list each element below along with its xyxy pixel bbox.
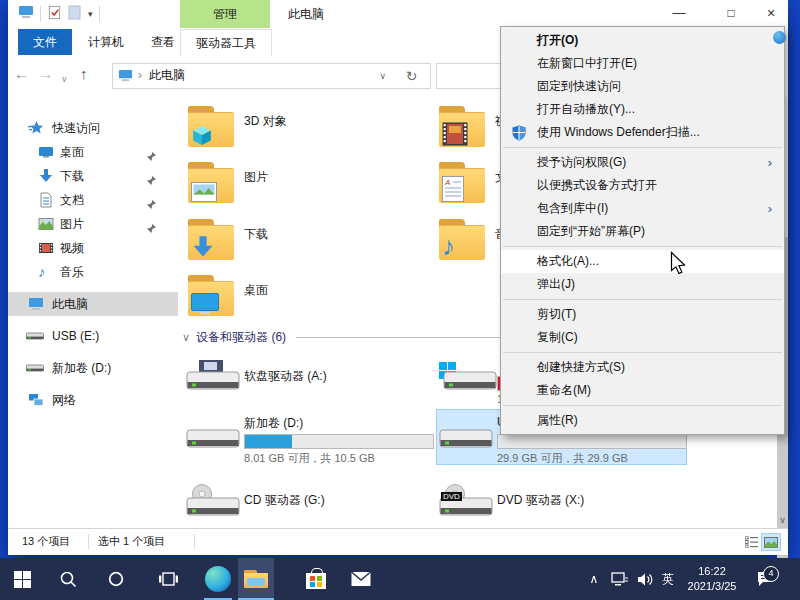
menu-item-create-shortcut[interactable]: 创建快捷方式(S)	[501, 356, 784, 379]
customize-toolbar-dropdown-icon[interactable]: ▾	[88, 9, 93, 19]
music-note-icon: ♪	[442, 233, 455, 259]
menu-item-rename[interactable]: 重命名(M)	[501, 379, 784, 402]
drive-tile-new-volume-d[interactable]: 新加卷 (D:) 8.01 GB 可用，共 10.5 GB	[184, 410, 432, 464]
sidebar-item-desktop[interactable]: 桌面	[8, 140, 178, 164]
large-icons-view-icon[interactable]	[762, 534, 780, 550]
title-bar: ▾ 管理 此电脑 — □ ×	[8, 0, 788, 28]
properties-check-icon[interactable]	[47, 5, 62, 24]
film-icon	[442, 122, 468, 146]
computer-icon[interactable]	[18, 4, 34, 24]
menu-item-format[interactable]: 格式化(A)...	[501, 250, 784, 273]
svg-text:A: A	[444, 178, 450, 187]
minimize-button[interactable]: —	[660, 0, 698, 28]
task-view-icon[interactable]	[150, 558, 186, 600]
download-arrow-icon	[191, 235, 215, 259]
address-bar[interactable]: › 此电脑 ∨	[112, 63, 395, 89]
edge-browser-icon[interactable]	[200, 558, 236, 600]
sidebar-item-documents[interactable]: 文档	[8, 188, 178, 212]
sidebar-item-label: 快速访问	[52, 116, 100, 140]
up-icon[interactable]: ↑	[80, 63, 88, 85]
menu-item-autoplay[interactable]: 打开自动播放(Y)...	[501, 98, 784, 121]
cube-icon	[191, 124, 213, 146]
network-icon	[28, 392, 44, 408]
folder-tile-pictures[interactable]: 图片	[186, 160, 432, 210]
back-icon[interactable]: ←	[14, 63, 29, 85]
folder-tile-desktop[interactable]: 桌面	[186, 273, 432, 323]
pin-icon	[146, 194, 157, 205]
tab-computer[interactable]: 计算机	[78, 29, 134, 55]
menu-separator	[503, 246, 782, 247]
menu-item-scan-with-defender[interactable]: 使用 Windows Defender扫描...	[501, 121, 784, 144]
action-center-icon[interactable]: 4	[748, 558, 782, 600]
volume-tray-icon[interactable]	[632, 558, 658, 600]
menu-separator	[503, 299, 782, 300]
drive-tile-floppy-a[interactable]: 软盘驱动器 (A:)	[184, 352, 432, 406]
network-tray-icon[interactable]	[606, 558, 632, 600]
document-icon	[38, 192, 54, 208]
input-language-indicator[interactable]: 英	[656, 558, 680, 600]
sidebar-item-downloads[interactable]: 下载	[8, 164, 178, 188]
cortana-icon[interactable]	[98, 558, 134, 600]
search-icon[interactable]	[50, 558, 86, 600]
menu-item-give-access[interactable]: 授予访问权限(G)›	[501, 151, 784, 174]
drive-icon	[26, 360, 42, 376]
drive-tile-cd-g[interactable]: CD 驱动器 (G:)	[184, 476, 432, 530]
refresh-button[interactable]: ↻	[393, 63, 431, 89]
breadcrumb-path[interactable]: 此电脑	[149, 64, 185, 87]
sidebar-item-network[interactable]: 网络	[8, 388, 178, 412]
menu-separator	[503, 352, 782, 353]
quick-access-star-icon	[28, 120, 44, 136]
recent-locations-dropdown-icon[interactable]: ∨	[61, 68, 68, 90]
monitor-icon	[191, 293, 219, 315]
tab-file[interactable]: 文件	[18, 29, 72, 55]
start-button[interactable]	[4, 558, 40, 600]
music-note-icon: ♪	[38, 264, 54, 280]
menu-separator	[503, 147, 782, 148]
forward-icon[interactable]: →	[38, 63, 53, 85]
menu-item-eject[interactable]: 弹出(J)	[501, 273, 784, 296]
sidebar-item-label: 文档	[60, 188, 84, 212]
breadcrumb-chevron-icon[interactable]: ›	[138, 64, 142, 87]
menu-item-open[interactable]: 打开(O)	[501, 29, 784, 52]
capacity-bar	[497, 434, 687, 449]
collapse-chevron-icon[interactable]: ∨	[182, 331, 190, 344]
menu-item-cut[interactable]: 剪切(T)	[501, 303, 784, 326]
menu-item-pin-to-quick-access[interactable]: 固定到快速访问	[501, 75, 784, 98]
sidebar-item-pictures[interactable]: 图片	[8, 212, 178, 236]
tray-expand-chevron-icon[interactable]: ∧	[582, 558, 606, 600]
help-icon[interactable]	[773, 31, 786, 44]
maximize-button[interactable]: □	[712, 0, 750, 28]
scroll-down-icon[interactable]: ∨	[777, 513, 788, 527]
menu-item-open-in-new-window[interactable]: 在新窗口中打开(E)	[501, 52, 784, 75]
windows-drive-icon	[439, 360, 493, 398]
pin-icon	[146, 170, 157, 181]
menu-item-copy[interactable]: 复制(C)	[501, 326, 784, 349]
sidebar-item-videos[interactable]: 视频	[8, 236, 178, 260]
close-button[interactable]: ×	[752, 0, 790, 28]
status-divider	[88, 534, 89, 549]
sidebar-item-usb-e[interactable]: USB (E:)	[8, 324, 178, 348]
drive-tile-dvd-x[interactable]: DVD DVD 驱动器 (X:)	[437, 476, 686, 530]
taskbar-clock[interactable]: 16:22 2021/3/25	[682, 564, 742, 594]
menu-item-pin-to-start[interactable]: 固定到“开始”屏幕(P)	[501, 220, 784, 243]
drive-name: CD 驱动器 (G:)	[244, 492, 325, 509]
menu-item-include-in-library[interactable]: 包含到库中(I)›	[501, 197, 784, 220]
mail-icon[interactable]	[343, 558, 379, 600]
details-view-icon[interactable]	[742, 534, 760, 550]
sidebar-item-this-pc[interactable]: 此电脑	[8, 292, 178, 316]
sidebar-item-label: 图片	[60, 212, 84, 236]
new-folder-icon[interactable]	[68, 5, 82, 24]
drive-name: DVD 驱动器 (X:)	[497, 492, 584, 509]
sidebar-item-music[interactable]: ♪ 音乐	[8, 260, 178, 284]
file-explorer-icon[interactable]	[238, 558, 274, 600]
folder-icon: ♪	[439, 219, 485, 259]
folder-tile-3d-objects[interactable]: 3D 对象	[186, 104, 432, 154]
sidebar-item-new-volume-d[interactable]: 新加卷 (D:)	[8, 356, 178, 380]
address-dropdown-icon[interactable]: ∨	[379, 71, 386, 81]
folder-tile-downloads[interactable]: 下载	[186, 217, 432, 267]
store-icon[interactable]	[298, 558, 334, 600]
menu-item-open-as-portable[interactable]: 以便携式设备方式打开	[501, 174, 784, 197]
sidebar-item-quick-access[interactable]: 快速访问	[8, 116, 178, 140]
menu-item-properties[interactable]: 属性(R)	[501, 409, 784, 432]
tab-drive-tools[interactable]: 驱动器工具	[180, 29, 272, 56]
